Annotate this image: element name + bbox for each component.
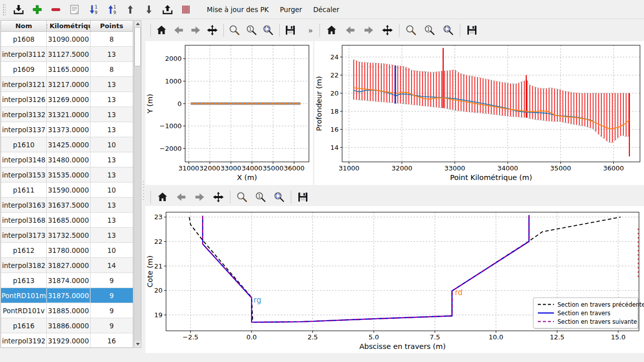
nav-back-button[interactable] — [173, 23, 185, 37]
nav-zoom-fit-button[interactable] — [272, 190, 286, 204]
sort-descending-button[interactable]: 19 — [86, 2, 101, 17]
move-down-button[interactable] — [141, 2, 156, 17]
table-row[interactable]: p160931165.00008 — [1, 62, 133, 77]
table-row[interactable]: p161331874.00009 — [1, 273, 133, 288]
edit-notes-button[interactable] — [67, 2, 82, 17]
nav-zoom-one-button[interactable]: 1 — [245, 23, 258, 37]
svg-text:35000: 35000 — [550, 164, 571, 172]
export-button[interactable] — [160, 2, 175, 17]
xy-plot-canvas[interactable]: 310003200033000340003500036000−2000−1000… — [145, 41, 313, 185]
table-row[interactable]: interpol317331732.500013 — [1, 228, 133, 243]
table-cell: 10 — [91, 183, 133, 197]
table-cell: p1610 — [1, 137, 47, 152]
table-cell: 10 — [91, 137, 133, 152]
table-row[interactable]: p161631886.00009 — [1, 318, 133, 333]
table-row[interactable]: interpol319231929.000016 — [1, 333, 133, 348]
update-pk-button[interactable]: Mise à jour des PK — [202, 3, 273, 17]
toolbar-separator — [319, 24, 320, 37]
table-cell: interpol3112 — [1, 47, 47, 61]
nav-save-button[interactable] — [296, 190, 310, 204]
tray-up-icon — [162, 4, 174, 16]
nav-pan-button[interactable] — [380, 23, 394, 37]
shift-button[interactable]: Décaler — [308, 3, 344, 17]
table-row[interactable]: interpol311231127.500013 — [1, 47, 133, 62]
nav-zoom-one-button[interactable]: 1 — [423, 23, 437, 37]
plus-icon — [31, 4, 43, 16]
table-row[interactable]: p161131590.000010 — [1, 183, 133, 198]
add-profile-button[interactable] — [30, 2, 45, 17]
purge-button[interactable]: Purger — [275, 3, 306, 17]
table-row[interactable]: p161031425.000010 — [1, 137, 133, 152]
table-row[interactable]: interpol312631269.000013 — [1, 92, 133, 107]
nav-pan-button[interactable] — [211, 190, 225, 204]
table-row[interactable]: interpol316331637.500013 — [1, 198, 133, 213]
table-row[interactable]: interpol313231321.000013 — [1, 107, 133, 122]
nav-home-button[interactable] — [325, 23, 339, 37]
table-cell: interpol3148 — [1, 152, 47, 167]
sort-ascending-button[interactable]: 19 — [104, 2, 119, 17]
nav-zoom-button[interactable] — [228, 23, 241, 37]
remove-profile-button[interactable] — [48, 2, 63, 17]
nav-forward-button[interactable] — [362, 23, 376, 37]
table-cell: 31685.0000 — [47, 213, 90, 227]
nav-save-button[interactable] — [465, 23, 479, 37]
sections-button[interactable] — [179, 2, 194, 17]
table-scrollbar[interactable] — [134, 20, 141, 348]
move-up-button[interactable] — [123, 2, 138, 17]
nav-zoom-button[interactable] — [404, 23, 418, 37]
nav-save-button[interactable] — [284, 23, 296, 37]
table-cell: 31637.5000 — [47, 198, 90, 212]
nav-home-button[interactable] — [155, 190, 170, 204]
column-header-nom[interactable]: Nom — [1, 21, 47, 31]
table-cell: PontRD101m — [1, 288, 47, 303]
table-cell: interpol3192 — [1, 333, 47, 348]
table-cell: interpol3153 — [1, 167, 47, 182]
nav-zoom-button[interactable] — [235, 190, 249, 204]
table-row[interactable]: interpol318231827.000014 — [1, 258, 133, 273]
table-row[interactable]: PontRD101m31875.00009 — [1, 288, 133, 303]
table-cell: 9 — [91, 303, 133, 318]
cross-section-plot-canvas[interactable]: rgrd−2.50.02.55.07.510.012.515.019202122… — [145, 206, 644, 353]
table-row[interactable]: p161231780.000010 — [1, 243, 133, 258]
nav-zoom-one-button[interactable]: 1 — [254, 190, 268, 204]
table-row[interactable]: interpol314831480.000013 — [1, 152, 133, 167]
longitudinal-profile-plot-canvas[interactable]: 3100032000330003400035000360001416182022… — [314, 41, 644, 185]
table-row[interactable]: interpol313731373.000013 — [1, 122, 133, 137]
tray-down-icon — [13, 4, 25, 16]
svg-text:Section en travers: Section en travers — [557, 310, 610, 317]
nav-home-button[interactable] — [155, 23, 168, 37]
svg-text:−2.5: −2.5 — [183, 333, 199, 341]
table-row[interactable]: interpol316831685.000013 — [1, 213, 133, 228]
table-row[interactable]: p160831090.00008 — [1, 32, 133, 47]
column-header-points[interactable]: Points — [91, 21, 133, 31]
table-row[interactable]: PontRD101v31885.00009 — [1, 303, 133, 318]
toolbar-separator — [291, 191, 291, 204]
svg-text:−1000: −1000 — [159, 122, 182, 130]
svg-text:32000: 32000 — [199, 164, 220, 172]
table-cell: 13 — [91, 213, 133, 227]
x-axis-label: Abscisse en travers (m) — [359, 342, 446, 350]
nav-forward-button[interactable] — [193, 190, 207, 204]
table-cell: 31535.0000 — [47, 167, 90, 182]
nav-zoom-fit-button[interactable] — [441, 23, 455, 37]
scroll-down-button[interactable] — [134, 341, 141, 347]
nav-forward-button[interactable] — [189, 23, 202, 37]
panel-splitter[interactable] — [141, 19, 145, 362]
table-cell: p1611 — [1, 183, 47, 197]
svg-text:34000: 34000 — [242, 164, 262, 172]
nav-pan-button[interactable] — [206, 23, 219, 37]
scrollbar-thumb[interactable] — [134, 27, 141, 66]
table-cell: 9 — [91, 288, 133, 303]
nav-back-button[interactable] — [174, 190, 188, 204]
scrollbar-track[interactable] — [134, 27, 141, 341]
toolbar-drag-handle[interactable] — [2, 3, 6, 16]
plot-label-rg: rg — [254, 296, 261, 305]
toolbar-overflow-button[interactable]: » — [308, 26, 313, 35]
nav-back-button[interactable] — [343, 23, 357, 37]
scroll-up-button[interactable] — [134, 21, 141, 27]
import-button[interactable] — [11, 2, 26, 17]
nav-zoom-fit-button[interactable] — [262, 23, 275, 37]
table-row[interactable]: interpol315331535.000013 — [1, 167, 133, 183]
table-row[interactable]: interpol312131217.000013 — [1, 77, 133, 92]
column-header-point-kilometrique[interactable]: t Kilométriqu — [47, 21, 90, 31]
